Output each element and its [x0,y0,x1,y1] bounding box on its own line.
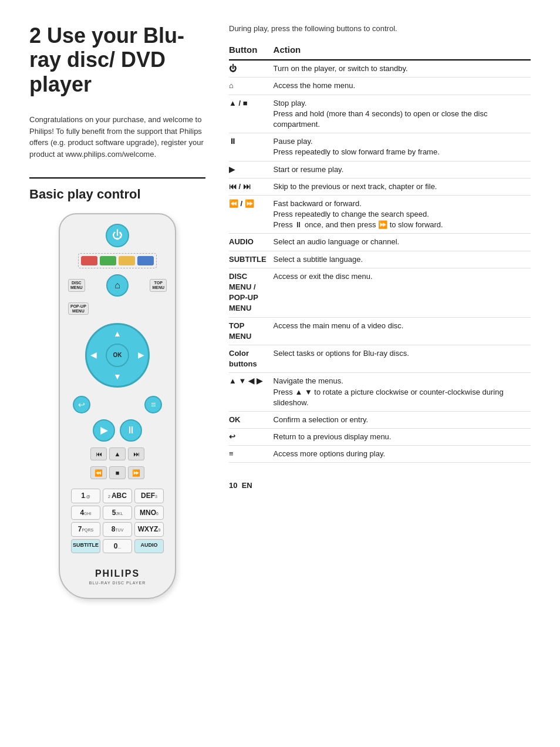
action-cell: Navigate the menus. Press ▲ ▼ to rotate … [274,373,531,412]
remote-wrapper: DISCMENU ⌂ TOPMENU POP-UPMENU ▲ ▼ ◀ [29,213,205,599]
numpad: 1.@ 2 ABC DEF3 4GHI 5JKL MNO6 7PQRS 8TUV… [71,489,164,553]
num-7-button[interactable]: 7PQRS [71,522,100,536]
action-cell: Stop play. Press and hold (more than 4 s… [274,95,531,133]
blue-button[interactable] [137,256,154,265]
action-cell: Access the home menu. [274,78,531,95]
green-button[interactable] [100,256,116,265]
disc-menu-button[interactable]: DISCMENU [68,279,85,291]
action-cell: Pause play. Press repeatedly to slow for… [274,133,531,161]
table-row: ↩Return to a previous display menu. [229,429,531,446]
page-heading: 2 Use your Blu-ray disc/ DVD player [29,23,205,96]
rew-stop-fwd-row: ⏪ ■ ⏩ [90,466,144,479]
action-cell: Skip to the previous or next track, chap… [274,178,531,195]
num-6-button[interactable]: MNO6 [134,506,164,520]
remote-control: DISCMENU ⌂ TOPMENU POP-UPMENU ▲ ▼ ◀ [59,213,176,599]
back-button[interactable]: ↩ [73,396,90,413]
eject-button[interactable]: ▲ [109,447,126,460]
action-cell: Fast backward or forward. Press repeated… [274,195,531,234]
table-row: ▲ ▼ ◀ ▶Navigate the menus. Press ▲ ▼ to … [229,373,531,412]
options-button[interactable]: ≡ [144,396,162,413]
button-cell: OK [229,411,274,428]
ok-button[interactable]: OK [106,344,129,367]
table-row: ⌂Access the home menu. [229,78,531,95]
table-row: ▲ / ■Stop play. Press and hold (more tha… [229,95,531,133]
button-cell: ⏻ [229,60,274,78]
remote-top: DISCMENU ⌂ TOPMENU POP-UPMENU ▲ ▼ ◀ [68,224,167,586]
dpad-down[interactable]: ▼ [113,371,122,383]
num-5-button[interactable]: 5JKL [103,506,132,520]
button-cell: ▲ / ■ [229,95,274,133]
button-cell: TOP MENU [229,317,274,345]
action-cell: Turn on the player, or switch to standby… [274,60,531,78]
action-cell: Access or exit the disc menu. [274,268,531,317]
fast-forward-button[interactable]: ⏩ [128,466,144,479]
intro-text: Congratulations on your purchase, and we… [29,114,205,160]
menu-row: DISCMENU ⌂ TOPMENU [68,274,167,297]
button-cell: ⏮ / ⏭ [229,178,274,195]
top-menu-button[interactable]: TOPMENU [150,279,167,291]
home-button[interactable]: ⌂ [106,274,129,297]
table-row: ⏪ / ⏩Fast backward or forward. Press rep… [229,195,531,234]
philips-brand: PHILIPS BLU-RAY DISC PLAYER [89,567,146,586]
action-cell: Access more options during play. [274,446,531,463]
action-cell: Access the main menu of a video disc. [274,317,531,345]
table-row: ⏻Turn on the player, or switch to standb… [229,60,531,78]
rewind-button[interactable]: ⏪ [90,466,107,479]
col-action-header: Action [274,41,531,60]
stop-button[interactable]: ■ [109,466,126,479]
button-cell: ≡ [229,446,274,463]
table-row: ▶Start or resume play. [229,161,531,178]
num-2-button[interactable]: 2 ABC [103,489,132,503]
table-row: Color buttonsSelect tasks or options for… [229,345,531,372]
button-cell: ⌂ [229,78,274,95]
action-cell: Return to a previous display menu. [274,429,531,446]
button-cell: SUBTITLE [229,251,274,268]
back-options-row: ↩ ≡ [68,396,167,413]
action-cell: Select an audio language or channel. [274,234,531,251]
num-8-button[interactable]: 8TUV [103,522,132,536]
page-number: 10 [229,481,237,490]
popup-menu-button[interactable]: POP-UPMENU [68,302,89,315]
section-title: Basic play control [29,186,205,204]
dpad-container: ▲ ▼ ◀ ▶ OK [85,323,150,388]
yellow-button[interactable] [119,256,135,265]
play-button[interactable]: ▶ [93,419,115,442]
table-row: OKConfirm a selection or entry. [229,411,531,428]
pause-button[interactable]: ⏸ [120,419,142,442]
philips-subtitle: BLU-RAY DISC PLAYER [89,580,146,586]
page-footer: 10 EN [229,480,531,491]
subtitle-button[interactable]: SUBTITLE [71,539,100,553]
num-4-button[interactable]: 4GHI [71,506,100,520]
num-9-button[interactable]: WXYZ9 [134,522,164,536]
num-1-button[interactable]: 1.@ [71,489,100,503]
dpad-right[interactable]: ▶ [138,350,144,362]
button-cell: ▲ ▼ ◀ ▶ [229,373,274,412]
next-track-button[interactable]: ⏭ [128,447,144,460]
action-cell: Select a subtitle language. [274,251,531,268]
audio-button[interactable]: AUDIO [134,539,164,553]
table-row: ⏮ / ⏭Skip to the previous or next track,… [229,178,531,195]
prev-track-button[interactable]: ⏮ [90,447,107,460]
power-button[interactable] [106,224,129,247]
play-pause-row: ▶ ⏸ [93,419,142,442]
button-cell: ▶ [229,161,274,178]
table-row: AUDIOSelect an audio language or channel… [229,234,531,251]
right-intro: During play, press the following buttons… [229,23,531,34]
num-0-button[interactable]: 0... [103,539,132,553]
table-row: DISC MENU / POP-UP MENUAccess or exit th… [229,268,531,317]
button-cell: Color buttons [229,345,274,372]
left-column: 2 Use your Blu-ray disc/ DVD player Cong… [29,23,205,599]
button-cell: AUDIO [229,234,274,251]
dpad-ring: ▲ ▼ ◀ ▶ OK [85,323,150,388]
dpad-up[interactable]: ▲ [113,328,122,340]
action-cell: Confirm a selection or entry. [274,411,531,428]
button-cell: ↩ [229,429,274,446]
action-cell: Select tasks or options for Blu-ray disc… [274,345,531,372]
button-cell: DISC MENU / POP-UP MENU [229,268,274,317]
color-buttons-group [78,253,157,268]
button-cell: ⏸ [229,133,274,161]
red-button[interactable] [81,256,97,265]
num-3-button[interactable]: DEF3 [134,489,164,503]
dpad-left[interactable]: ◀ [90,350,97,362]
controls-table: Button Action ⏻Turn on the player, or sw… [229,41,531,463]
